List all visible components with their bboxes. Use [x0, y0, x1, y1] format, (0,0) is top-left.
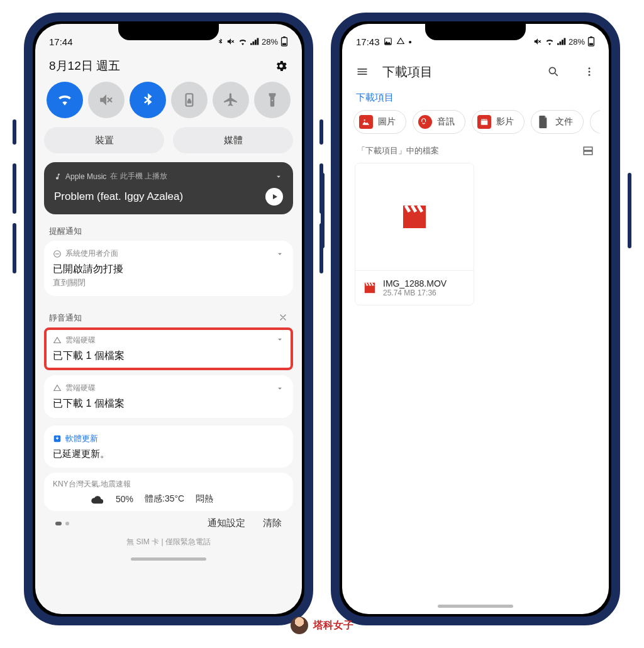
weather-percent: 50%: [116, 494, 133, 504]
notification-dnd[interactable]: 系統使用者介面 已開啟請勿打擾 直到關閉: [44, 241, 293, 296]
file-card[interactable]: IMG_1288.MOV 25.74 MB 17:36: [355, 163, 474, 305]
notif-app: 系統使用者介面: [65, 248, 118, 259]
music-note-icon: [54, 173, 62, 180]
wifi-icon: [57, 92, 73, 108]
phone-button: [628, 173, 631, 248]
music-notification[interactable]: Apple Music 在 此手機 上播放 Problem (feat. Igg…: [44, 162, 293, 214]
notif-subtitle: 直到關閉: [53, 277, 284, 288]
pager-dot: [55, 522, 62, 525]
shade-footer: 通知設定 清除: [44, 511, 293, 532]
svg-marker-6: [54, 337, 61, 343]
quick-settings-date: 8月12日 週五: [49, 58, 120, 74]
svg-rect-12: [590, 36, 592, 38]
gesture-bar[interactable]: [131, 557, 206, 561]
file-thumbnail: [355, 163, 474, 270]
search-icon[interactable]: [547, 65, 560, 78]
qs-bluetooth[interactable]: [130, 82, 166, 118]
music-track: Problem (feat. Iggy Azalea): [54, 190, 183, 203]
section-silent-label: 靜音通知: [49, 312, 82, 324]
qs-airplane[interactable]: [213, 82, 249, 118]
filter-chips: 圖片 音訊 影片 文件: [351, 110, 600, 134]
notification-software-update[interactable]: 軟體更新 已延遲更新。: [44, 426, 293, 468]
more-vert-icon[interactable]: [584, 65, 595, 78]
notif-app: 軟體更新: [65, 433, 98, 444]
sim-status: 無 SIM 卡 | 僅限緊急電話: [44, 537, 293, 547]
chevron-down-icon[interactable]: [275, 250, 284, 258]
notif-title: 已下載 1 個檔案: [53, 349, 284, 363]
notification-weather[interactable]: KNY台灣天氣.地震速報 50% 體感:35°C 悶熱: [44, 473, 293, 511]
file-meta: IMG_1288.MOV 25.74 MB 17:36: [355, 270, 474, 305]
breadcrumb-label: 下載項目: [356, 92, 394, 102]
status-time: 17:43: [356, 36, 380, 47]
notif-title: 已開啟請勿打擾: [53, 263, 284, 276]
chip-docs[interactable]: 文件: [531, 110, 584, 134]
chip-label: 圖片: [378, 116, 396, 128]
page-title: 下載項目: [382, 63, 533, 80]
qs-flashlight[interactable]: [254, 82, 291, 118]
battery-icon: [280, 36, 288, 47]
qs-mute[interactable]: [88, 82, 125, 118]
chip-images[interactable]: 圖片: [353, 110, 406, 134]
video-icon: [477, 115, 491, 129]
phone-left: 17:44 28% 8月12日 週五: [24, 13, 313, 625]
quick-settings-date-row: 8月12日 週五: [44, 54, 293, 82]
gesture-bar[interactable]: [438, 605, 513, 608]
chip-overflow[interactable]: [590, 110, 600, 134]
files-header: 「下載項目」中的檔案: [351, 134, 600, 163]
svg-rect-2: [282, 43, 286, 45]
svg-rect-5: [55, 253, 59, 254]
notification-drive-2[interactable]: 雲端硬碟 已下載 1 個檔案: [44, 375, 293, 418]
battery-icon: [587, 36, 595, 47]
chip-label: 音訊: [437, 116, 455, 128]
weather-desc: 悶熱: [196, 493, 213, 505]
chip-audio[interactable]: 音訊: [413, 110, 465, 134]
flashlight-icon: [264, 92, 280, 108]
chevron-down-icon[interactable]: [274, 172, 283, 181]
notch: [118, 24, 219, 40]
gear-icon[interactable]: [274, 59, 288, 73]
mute-icon: [226, 37, 235, 46]
drive-icon: [53, 384, 62, 393]
hamburger-icon[interactable]: [356, 65, 369, 78]
pager-dots: [55, 522, 69, 525]
cloud-icon: [91, 494, 104, 504]
qs-rotate[interactable]: [171, 82, 208, 118]
media-button-label: 媒體: [224, 135, 243, 146]
chip-label: 文件: [555, 116, 573, 128]
drive-icon: [53, 336, 62, 345]
play-button[interactable]: [265, 188, 283, 206]
svg-marker-7: [54, 385, 61, 390]
music-app-name: Apple Music: [65, 172, 106, 181]
phone-button: [13, 223, 16, 273]
image-icon: [359, 115, 373, 129]
phone-button: [319, 119, 323, 145]
highlighted-notification[interactable]: 雲端硬碟 已下載 1 個檔案: [44, 327, 293, 370]
quick-settings-tiles: [44, 82, 293, 118]
notification-shade-screen: 17:44 28% 8月12日 週五: [35, 24, 302, 614]
clear-all[interactable]: 清除: [263, 517, 282, 529]
list-view-toggle-icon[interactable]: [582, 145, 594, 157]
files-app-screen: 17:43 • 28% 下載項目 下載項目: [342, 24, 609, 614]
chip-video[interactable]: 影片: [472, 110, 525, 134]
devices-button-label: 裝置: [95, 135, 114, 146]
devices-button[interactable]: 裝置: [44, 127, 164, 153]
breadcrumb[interactable]: 下載項目: [351, 87, 600, 110]
media-button[interactable]: 媒體: [173, 127, 293, 153]
svg-point-17: [589, 74, 591, 76]
svg-point-14: [549, 67, 555, 74]
chevron-down-icon[interactable]: [275, 335, 284, 344]
image-status-icon: [384, 37, 392, 46]
document-icon: [536, 115, 550, 129]
bluetooth-icon: [217, 37, 224, 46]
file-name: IMG_1288.MOV: [383, 278, 447, 288]
signal-icon: [250, 38, 259, 45]
status-icons: 28%: [217, 36, 288, 47]
svg-rect-20: [584, 151, 592, 155]
notification-settings[interactable]: 通知設定: [208, 517, 245, 529]
qs-wifi[interactable]: [47, 82, 83, 118]
chevron-down-icon[interactable]: [275, 384, 284, 393]
battery-text: 28%: [569, 37, 585, 47]
close-icon[interactable]: [278, 312, 288, 322]
svg-point-15: [589, 67, 591, 69]
svg-rect-19: [584, 147, 592, 150]
